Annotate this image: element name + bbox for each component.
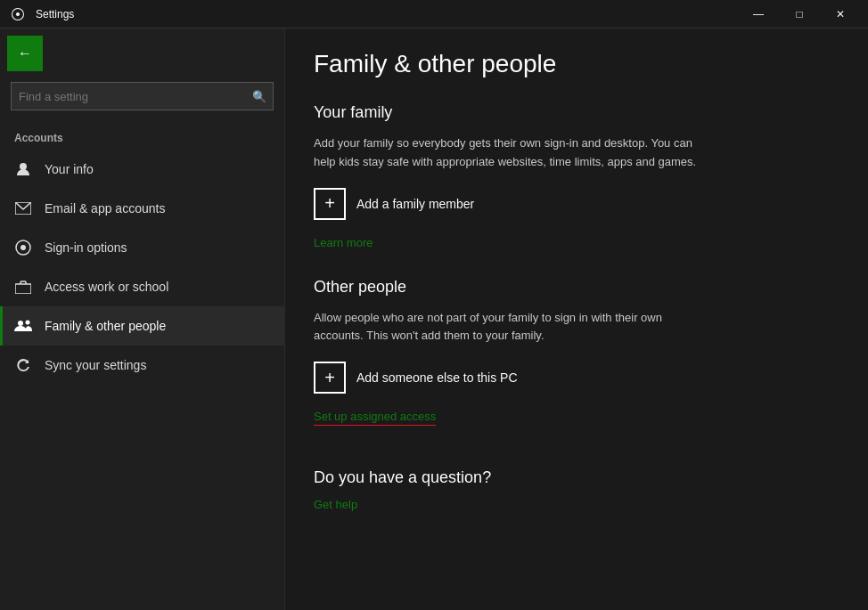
sidebar-item-access-work-school[interactable]: Access work or school — [0, 267, 284, 306]
add-family-member-button[interactable]: + Add a family member — [314, 188, 839, 220]
family-other-people-label: Family & other people — [45, 319, 166, 333]
your-family-title: Your family — [314, 103, 839, 122]
svg-rect-5 — [15, 284, 31, 294]
question-title: Do you have a question? — [314, 468, 839, 487]
search-input[interactable] — [11, 82, 274, 110]
sidebar: ← 🔍 Accounts Your info — [0, 28, 285, 610]
assigned-access-link[interactable]: Set up assigned access — [314, 410, 436, 426]
svg-point-1 — [20, 163, 27, 170]
sync-settings-label: Sync your settings — [45, 358, 146, 372]
sidebar-item-sign-in-options[interactable]: Sign-in options — [0, 228, 284, 267]
your-family-description: Add your family so everybody gets their … — [314, 134, 706, 172]
add-someone-else-button[interactable]: + Add someone else to this PC — [314, 362, 839, 394]
add-someone-else-icon: + — [314, 362, 346, 394]
briefcase-icon — [14, 278, 32, 296]
search-wrapper: 🔍 — [11, 82, 274, 110]
back-icon: ← — [18, 45, 32, 61]
window-controls: — □ ✕ — [738, 0, 861, 28]
sign-in-options-label: Sign-in options — [45, 240, 127, 255]
sync-icon — [14, 356, 32, 374]
email-icon — [14, 199, 32, 217]
learn-more-link[interactable]: Learn more — [314, 236, 373, 249]
add-family-member-label: Add a family member — [356, 197, 474, 211]
get-help-link[interactable]: Get help — [314, 498, 357, 511]
access-work-school-label: Access work or school — [45, 280, 168, 294]
maximize-button[interactable]: □ — [779, 0, 820, 28]
titlebar: Settings — □ ✕ — [0, 0, 868, 28]
other-people-title: Other people — [314, 278, 839, 297]
page-title: Family & other people — [314, 50, 839, 78]
sidebar-item-email-app-accounts[interactable]: Email & app accounts — [0, 189, 284, 228]
family-icon — [14, 317, 32, 335]
add-someone-else-label: Add someone else to this PC — [356, 370, 518, 385]
other-people-section: Other people Allow people who are not pa… — [314, 278, 839, 451]
question-section: Do you have a question? Get help — [314, 468, 839, 512]
add-family-member-icon: + — [314, 188, 346, 220]
close-button[interactable]: ✕ — [820, 0, 861, 28]
your-info-label: Your info — [45, 162, 94, 176]
your-family-section: Your family Add your family so everybody… — [314, 103, 839, 274]
email-app-accounts-label: Email & app accounts — [45, 201, 165, 216]
your-info-icon — [14, 160, 32, 178]
sidebar-item-your-info[interactable]: Your info — [0, 150, 284, 189]
sidebar-item-family-other-people[interactable]: Family & other people — [0, 306, 284, 346]
app-container: ← 🔍 Accounts Your info — [0, 28, 868, 610]
svg-point-7 — [26, 321, 30, 325]
sidebar-item-sync-settings[interactable]: Sync your settings — [0, 346, 284, 385]
main-content: Family & other people Your family Add yo… — [285, 28, 868, 610]
sign-in-icon — [14, 239, 32, 256]
app-icon — [7, 4, 29, 25]
svg-point-4 — [20, 245, 26, 250]
other-people-description: Allow people who are not part of your fa… — [314, 309, 706, 346]
window-title: Settings — [36, 8, 738, 20]
sidebar-section-label: Accounts — [0, 121, 284, 150]
back-button[interactable]: ← — [7, 36, 43, 71]
svg-point-6 — [18, 321, 23, 326]
minimize-button[interactable]: — — [738, 0, 779, 28]
search-container: 🔍 — [0, 78, 284, 121]
svg-point-0 — [16, 12, 20, 16]
